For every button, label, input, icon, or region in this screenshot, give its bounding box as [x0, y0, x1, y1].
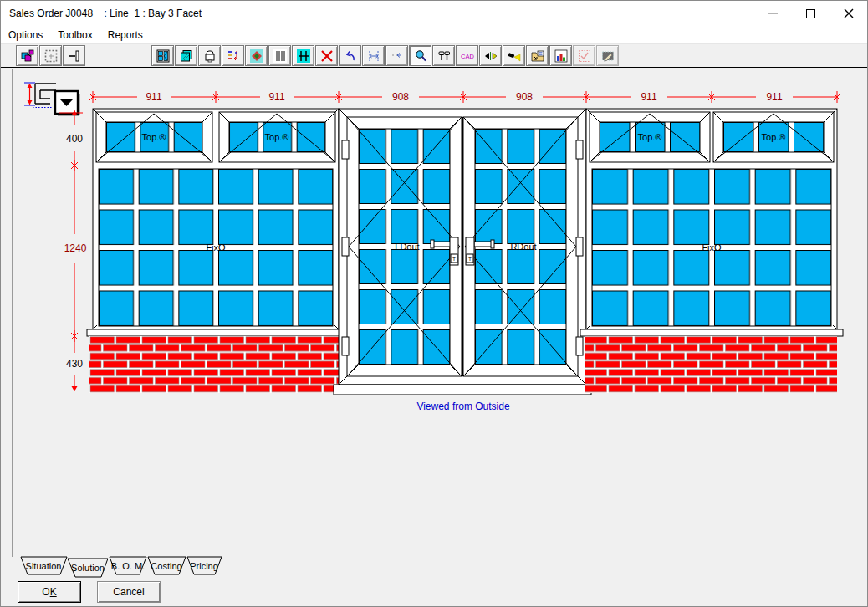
profile-join-icon — [68, 49, 81, 63]
grid-check-button[interactable] — [573, 45, 595, 66]
tab-costing[interactable]: Costing — [148, 557, 186, 574]
menu-toolbox[interactable]: Toolbox — [50, 28, 100, 43]
opposing-arrows-icon — [484, 49, 498, 63]
bar-options-button[interactable] — [222, 45, 244, 66]
svg-text:Situation: Situation — [26, 561, 62, 571]
menu-bar: Options Toolbox Reports — [1, 26, 867, 43]
hammers-icon — [437, 49, 451, 63]
right-window[interactable]: Top.® Top.® FixO — [580, 109, 843, 393]
french-doors[interactable]: LDout RDout T T — [334, 109, 591, 395]
right-brick-wall — [585, 336, 837, 393]
dim-left-middle: 1240 — [64, 242, 87, 254]
right-door-label: RDout — [510, 242, 536, 252]
pattern-arrow-icon — [250, 49, 263, 63]
tab-solution[interactable]: Solution — [68, 559, 108, 577]
menu-options[interactable]: Options — [1, 28, 50, 43]
dim-top-5: 911 — [641, 91, 656, 103]
dim-top-4: 908 — [516, 91, 533, 103]
open-form-button[interactable] — [526, 45, 549, 66]
title-bar: Sales Order J0048 : Line 1 : Bay 3 Facet — [1, 1, 867, 26]
tab-bom[interactable]: B. O. M. — [110, 557, 146, 574]
selection-button[interactable] — [39, 45, 62, 66]
delete-button[interactable] — [315, 45, 338, 66]
close-icon — [844, 8, 854, 18]
dimensions-button[interactable] — [362, 45, 385, 66]
overlapping-squares-icon — [21, 49, 34, 63]
dotted-arrow-icon — [391, 49, 404, 63]
svg-text:Pricing: Pricing — [190, 561, 218, 571]
vent-label: Top.® — [638, 132, 662, 142]
grid-check-icon — [578, 49, 591, 63]
chart-button[interactable] — [549, 45, 572, 66]
minimize-icon — [768, 13, 778, 14]
vertical-bars-icon — [273, 49, 287, 63]
close-button[interactable] — [830, 1, 867, 26]
dimension-icon — [367, 49, 380, 63]
view-caption: Viewed from Outside — [416, 400, 509, 412]
hardware-button[interactable] — [198, 45, 221, 66]
window-icon — [156, 49, 170, 63]
maximize-icon — [806, 9, 815, 18]
dim-top-3: 908 — [392, 91, 409, 103]
magnifier-icon — [414, 49, 427, 63]
vent-label: Top.® — [265, 132, 289, 142]
svg-text:Costing: Costing — [151, 561, 181, 571]
georgian-bars-button[interactable] — [292, 45, 314, 66]
menu-reports[interactable]: Reports — [100, 28, 151, 43]
bay-drawing: 911 911 908 908 911 911 400 1240 430 — [1, 69, 868, 557]
glass-button[interactable] — [175, 45, 197, 66]
dim-left-top: 400 — [66, 133, 83, 145]
app-window: Sales Order J0048 : Line 1 : Bay 3 Facet… — [0, 0, 868, 607]
dim-top-1: 911 — [146, 91, 161, 103]
cad-button[interactable]: CAD — [456, 45, 478, 66]
delete-x-icon — [320, 49, 334, 63]
profile-insert-button[interactable] — [63, 45, 85, 66]
svg-text:B. O. M.: B. O. M. — [111, 561, 145, 571]
dim-left-bottom: 430 — [66, 358, 83, 370]
cancel-button[interactable]: Cancel — [97, 581, 161, 603]
lock-icon — [203, 49, 217, 63]
svg-text:Solution: Solution — [71, 563, 105, 573]
undo-arrow-icon — [344, 49, 357, 63]
dim-top-2: 911 — [268, 91, 284, 103]
undo-button[interactable] — [339, 45, 361, 66]
toolbar: CAD — [1, 43, 867, 68]
fixed-label: FixO — [702, 242, 722, 252]
fixed-label: FixO — [206, 242, 226, 252]
left-door-label: LDout — [395, 242, 419, 252]
drawing-canvas[interactable]: 911 911 908 908 911 911 400 1240 430 — [1, 69, 868, 557]
vertical-bars-button[interactable] — [268, 45, 291, 66]
handle-key-left: T — [452, 256, 456, 262]
pattern-fill-button[interactable] — [245, 45, 268, 66]
glass-panes-icon — [180, 49, 193, 63]
spray-button[interactable] — [503, 45, 525, 66]
tools-button[interactable] — [432, 45, 455, 66]
maximize-button[interactable] — [792, 1, 830, 26]
vent-label: Top.® — [142, 132, 166, 142]
left-window[interactable]: Top.® Top.® FixO — [87, 109, 345, 393]
door-sill — [334, 385, 591, 395]
bar-chart-icon — [554, 49, 568, 63]
move-mullion-button[interactable] — [479, 45, 502, 66]
arrange-parts-button[interactable] — [16, 45, 38, 66]
window-design-button[interactable] — [151, 45, 174, 66]
folder-form-icon — [531, 49, 544, 63]
zoom-button[interactable] — [409, 45, 431, 66]
georgian-bars-icon — [297, 49, 310, 63]
pencil-icon — [601, 49, 615, 63]
sketch-button[interactable] — [596, 45, 619, 66]
canvas-left-edge — [13, 69, 13, 557]
extend-dimension-button[interactable] — [385, 45, 408, 66]
torch-icon — [508, 49, 521, 63]
left-window-sill — [87, 329, 345, 336]
dim-top-6: 911 — [766, 91, 782, 103]
handle-key-right: T — [468, 256, 472, 262]
bar-order-icon — [227, 49, 240, 63]
cad-icon: CAD — [461, 53, 474, 60]
right-window-sill — [580, 329, 843, 336]
minimize-button[interactable] — [754, 1, 792, 26]
tab-pricing[interactable]: Pricing — [187, 557, 222, 574]
tab-strip: Situation B. O. M. Costing Pricing Solut… — [1, 555, 352, 580]
ok-button[interactable]: OK — [18, 581, 81, 603]
tab-situation[interactable]: Situation — [21, 557, 67, 574]
